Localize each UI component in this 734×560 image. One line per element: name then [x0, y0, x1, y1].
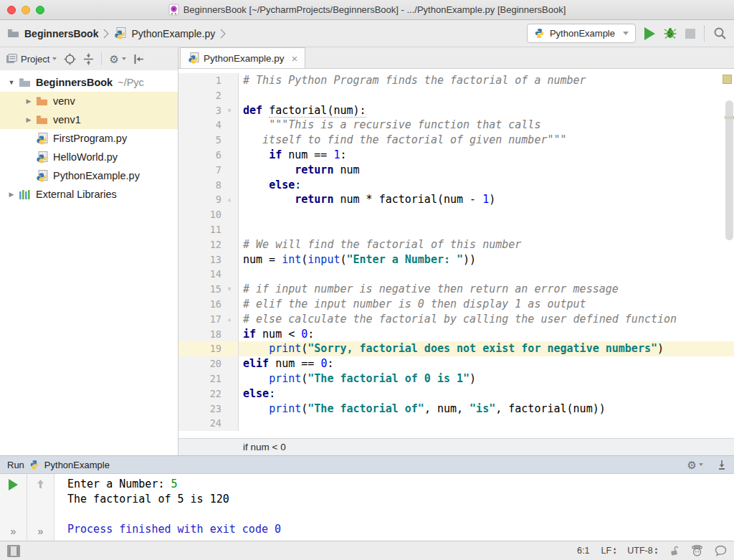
collapsed-arrow-icon[interactable]: ▶	[22, 98, 36, 105]
code-line[interactable]: 6 if num == 1:	[178, 148, 734, 163]
gutter-cell[interactable]: 2	[178, 88, 239, 103]
code-line[interactable]: 11	[178, 222, 734, 237]
up-stack-trace-icon[interactable]	[36, 479, 45, 489]
collapsed-arrow-icon[interactable]: ▶	[4, 191, 19, 198]
code-line[interactable]: 17▵# else calculate the factorial by cal…	[178, 312, 734, 327]
code-line[interactable]: 13num = int(input("Enter a Number: "))	[178, 252, 734, 267]
code-line[interactable]: 7 return num	[178, 163, 734, 178]
breadcrumb-project[interactable]: BeginnersBook	[24, 28, 98, 39]
tree-item-firstprogram-py[interactable]: FirstProgram.py	[0, 129, 178, 148]
code-line[interactable]: 18if num < 0:	[178, 327, 734, 342]
gutter-cell[interactable]: 10	[178, 207, 239, 222]
gutter-cell[interactable]: 19	[178, 341, 239, 356]
code-line[interactable]: 16# elif the input number is 0 then disp…	[178, 297, 734, 312]
run-settings-button[interactable]: ⚙	[687, 460, 703, 470]
code-line[interactable]: 14	[178, 267, 734, 282]
encoding-select[interactable]: UTF-8 ▴▾	[627, 546, 657, 556]
fold-marker-icon[interactable]: ▿	[227, 282, 238, 297]
inspection-status-indicator[interactable]	[723, 75, 732, 84]
run-button[interactable]	[644, 27, 655, 40]
gutter-cell[interactable]: 3▿	[178, 103, 239, 118]
code-line[interactable]: 22else:	[178, 386, 734, 402]
gutter-cell[interactable]: 13	[178, 252, 239, 267]
code-line[interactable]: 2	[178, 88, 734, 103]
hide-run-panel-icon[interactable]	[717, 460, 727, 470]
code-editor[interactable]: 1# This Python Program finds the factori…	[178, 69, 734, 438]
code-line[interactable]: 8 else:	[178, 178, 734, 193]
gutter-cell[interactable]: 4	[178, 118, 239, 133]
close-window-button[interactable]	[7, 6, 16, 14]
tab-pythonexample[interactable]: PythonExample.py ×	[180, 47, 305, 68]
gutter-cell[interactable]: 11	[178, 222, 239, 237]
code-line[interactable]: 9▵ return num * factorial(num - 1)	[178, 192, 734, 207]
hide-panel-icon[interactable]	[133, 54, 145, 65]
tree-item-venv1[interactable]: ▶venv1	[0, 110, 178, 129]
gutter-cell[interactable]: 17▵	[178, 312, 239, 327]
gutter-cell[interactable]: 6	[178, 148, 239, 163]
skip-forward-icon[interactable]: »	[38, 527, 44, 536]
fold-marker-icon[interactable]: ▵	[227, 192, 238, 207]
gutter-cell[interactable]: 15▿	[178, 282, 239, 297]
rerun-button[interactable]	[9, 479, 18, 490]
gutter-cell[interactable]: 22	[178, 386, 239, 402]
fold-marker-icon[interactable]: ▿	[227, 103, 238, 118]
gutter-cell[interactable]: 14	[178, 267, 239, 282]
gutter-cell[interactable]: 21	[178, 371, 239, 386]
fold-marker-icon[interactable]: ▵	[227, 312, 238, 327]
gutter-cell[interactable]: 20	[178, 356, 239, 371]
locate-file-icon[interactable]	[64, 53, 76, 65]
editor-scrollbar[interactable]	[725, 100, 733, 240]
gutter-cell[interactable]: 16	[178, 297, 239, 312]
gutter-cell[interactable]: 18	[178, 327, 239, 342]
code-line[interactable]: 21 print("The factorial of 0 is 1")	[178, 371, 734, 386]
gutter-cell[interactable]: 1	[178, 73, 239, 88]
gutter-cell[interactable]: 12	[178, 237, 239, 252]
code-line[interactable]: 5 itself to find the factorial of given …	[178, 133, 734, 148]
zoom-window-button[interactable]	[36, 6, 44, 14]
tab-close-icon[interactable]: ×	[292, 52, 298, 65]
run-configuration-select[interactable]: PythonExample	[527, 24, 636, 43]
gutter-cell[interactable]: 9▵	[178, 192, 239, 207]
skip-forward-icon[interactable]: »	[11, 527, 16, 536]
gutter-cell[interactable]: 24	[178, 416, 239, 431]
toggle-toolwindows-icon[interactable]	[7, 545, 20, 557]
stop-button[interactable]	[685, 29, 695, 39]
breadcrumb-file[interactable]: PythonExample.py	[131, 28, 215, 39]
tree-item-external-libraries[interactable]: ▶External Libraries	[0, 185, 178, 204]
code-line[interactable]: 24	[178, 416, 734, 431]
search-everywhere-icon[interactable]	[713, 27, 727, 40]
code-line[interactable]: 15▿# if input number is negative then re…	[178, 282, 734, 297]
code-line[interactable]: 4 """This is a recursive function that c…	[178, 118, 734, 133]
console-output[interactable]: Enter a Number: 5The factorial of 5 is 1…	[54, 474, 734, 541]
code-text	[239, 416, 734, 431]
code-line[interactable]: 19 print("Sorry, factorial does not exis…	[178, 341, 734, 356]
code-line[interactable]: 23 print("The factorial of", num, "is", …	[178, 402, 734, 417]
minimize-window-button[interactable]	[22, 6, 30, 14]
hector-inspector-icon[interactable]	[691, 545, 703, 556]
tree-item-venv[interactable]: ▶venv	[0, 92, 178, 110]
tree-item-beginnersbook[interactable]: ▼BeginnersBook~/Pyc	[0, 73, 178, 92]
debug-bug-icon[interactable]	[664, 27, 677, 39]
code-line[interactable]: 10	[178, 207, 734, 222]
lock-icon[interactable]	[669, 546, 680, 556]
gutter-cell[interactable]: 7	[178, 163, 239, 178]
project-tree[interactable]: ▼BeginnersBook~/Pyc▶venv▶venv1FirstProgr…	[0, 70, 178, 455]
tree-item-helloworld-py[interactable]: HelloWorld.py	[0, 148, 178, 166]
gutter-cell[interactable]: 5	[178, 133, 239, 148]
collapse-all-icon[interactable]	[83, 53, 94, 65]
gutter-cell[interactable]: 23	[178, 402, 239, 417]
project-view-select[interactable]: Project	[6, 54, 57, 65]
code-line[interactable]: 3▿def factorial(num):	[178, 103, 734, 118]
line-ending-select[interactable]: LF ▴▾	[601, 546, 616, 556]
caret-position[interactable]: 6:1	[577, 546, 589, 556]
collapsed-arrow-icon[interactable]: ▶	[22, 116, 36, 123]
run-panel-header[interactable]: Run PythonExample ⚙	[0, 455, 734, 474]
code-line[interactable]: 12# We will find the factorial of this n…	[178, 237, 734, 252]
code-line[interactable]: 1# This Python Program finds the factori…	[178, 73, 734, 88]
tree-item-pythonexample-py[interactable]: PythonExample.py	[0, 166, 178, 185]
event-log-balloon-icon[interactable]	[715, 545, 727, 556]
project-settings-button[interactable]: ⚙	[109, 54, 125, 65]
code-line[interactable]: 20elif num == 0:	[178, 356, 734, 371]
expanded-arrow-icon[interactable]: ▼	[4, 79, 19, 86]
gutter-cell[interactable]: 8	[178, 178, 239, 193]
